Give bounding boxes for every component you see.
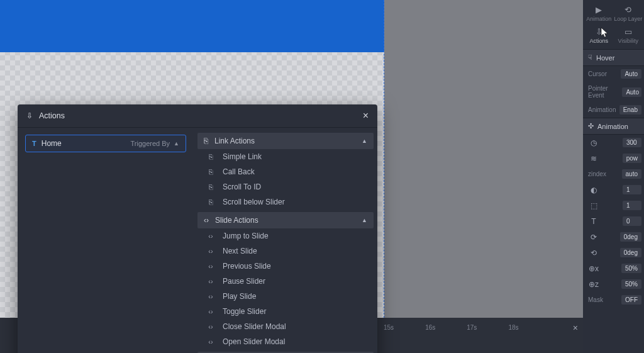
visibility-icon: ▭ — [614, 27, 643, 36]
text-layer-icon: T — [32, 140, 36, 147]
field-value[interactable]: 0deg — [620, 248, 641, 257]
animation-row[interactable]: MaskOFF — [583, 292, 644, 308]
action-item[interactable]: ‹›Close Slider Modal — [197, 319, 374, 334]
timeline-tick: 16s — [425, 324, 435, 331]
action-item[interactable]: ⎘Scroll To ID — [197, 179, 374, 194]
action-item-label: Toggle Slider — [223, 307, 266, 316]
action-group-header[interactable]: ‹›Slide Actions▲ — [197, 212, 374, 228]
action-item[interactable]: ‹›Toggle Slider — [197, 304, 374, 319]
field-value[interactable]: auto — [622, 169, 641, 179]
action-item-label: Play Slide — [223, 292, 256, 301]
property-icon: ≋ — [588, 154, 599, 163]
field-label: zindex — [588, 171, 606, 177]
property-icon: ◷ — [588, 138, 599, 147]
property-icon: ⊕x — [588, 264, 599, 273]
action-item-label: Scroll below Slider — [223, 198, 285, 206]
actions-modal: ⇩ Actions × T Home Triggered By ▲ ⎘Link … — [18, 104, 377, 353]
animation-row[interactable]: ⟳0deg — [583, 229, 644, 245]
animation-row[interactable]: ⊕z50% — [583, 276, 644, 292]
property-icon: ⬚ — [588, 201, 599, 210]
field-value[interactable]: 0deg — [620, 232, 641, 242]
action-item[interactable]: ‹›Previous Slide — [197, 259, 374, 274]
action-item-icon: ⎘ — [206, 198, 215, 206]
field-value[interactable]: 50% — [621, 279, 641, 289]
selected-layer-row[interactable]: T Home Triggered By ▲ — [25, 135, 186, 152]
property-icon: ◐ — [588, 186, 599, 194]
animation-icon: ✣ — [588, 122, 594, 130]
property-icon: ⟳ — [588, 233, 599, 242]
play-icon: ▶ — [584, 5, 614, 14]
hover-icon: ☟ — [588, 53, 592, 62]
animation-row[interactable]: ◐1 — [583, 182, 644, 198]
actions-title-icon: ⇩ — [26, 111, 33, 120]
action-item-label: Open Slider Modal — [223, 337, 285, 346]
action-item-icon: ⎘ — [206, 183, 215, 191]
tab-label: Animation — [586, 16, 611, 22]
field-value[interactable]: 1 — [623, 185, 641, 194]
animation-row[interactable]: T0 — [583, 213, 644, 229]
action-item-icon: ‹› — [206, 308, 215, 315]
action-group-header[interactable]: ⎘Link Actions▲ — [197, 133, 374, 149]
section-hover[interactable]: ☟ Hover — [583, 49, 644, 66]
animation-row[interactable]: ◷300 — [583, 135, 644, 150]
action-item[interactable]: ⎘Call Back — [197, 164, 374, 179]
action-item-label: Next Slide — [223, 247, 257, 255]
row-pointer-event[interactable]: Pointer Event Auto — [583, 82, 644, 102]
action-item-icon: ‹› — [206, 232, 215, 240]
canvas-gutter — [384, 0, 583, 318]
action-item[interactable]: ‹›Open Slider Modal — [197, 334, 374, 349]
animation-row[interactable]: ⟲0deg — [583, 245, 644, 261]
field-value[interactable]: Auto — [621, 69, 641, 79]
tab-label: Loop Layer — [614, 16, 642, 22]
field-value[interactable]: pow — [623, 154, 641, 163]
field-value[interactable]: 1 — [623, 201, 641, 210]
field-value[interactable]: Auto — [622, 87, 641, 97]
action-item[interactable]: ⎘Simple Link — [197, 149, 374, 164]
action-item-label: Call Back — [223, 167, 255, 176]
section-title: Animation — [597, 123, 628, 130]
action-item[interactable]: ‹›Play Slide — [197, 289, 374, 304]
animation-row[interactable]: ⊕x50% — [583, 261, 644, 276]
animation-row[interactable]: ⬚1 — [583, 198, 644, 213]
field-value[interactable]: 300 — [623, 138, 641, 147]
section-animation[interactable]: ✣ Animation — [583, 118, 644, 135]
tab-animation[interactable]: ▶ Animation — [584, 3, 614, 25]
timeline-close-button[interactable]: × — [573, 323, 578, 333]
field-value[interactable]: OFF — [621, 295, 641, 305]
action-item-label: Previous Slide — [223, 262, 271, 271]
chevron-up-icon: ▲ — [362, 217, 367, 223]
loop-icon: ⟲ — [614, 5, 643, 14]
animation-row[interactable]: zindexauto — [583, 166, 644, 182]
canvas-blue-block[interactable] — [0, 0, 384, 52]
inspector-panel: ▶ Animation ⟲ Loop Layer ⇩ Actions ▭ Vis… — [583, 0, 644, 353]
modal-close-button[interactable]: × — [363, 110, 369, 121]
animation-row[interactable]: ≋pow — [583, 150, 644, 166]
action-item-label: Close Slider Modal — [223, 322, 286, 331]
action-item[interactable]: ‹›Next Slide — [197, 244, 374, 259]
action-item[interactable]: ⎘Scroll below Slider — [197, 194, 374, 210]
tab-visibility[interactable]: ▭ Visibility — [614, 25, 643, 47]
row-hover-animation[interactable]: Animation Enab — [583, 102, 644, 118]
group-icon: ‹› — [204, 216, 209, 225]
timeline-tick: 18s — [508, 324, 518, 331]
action-item[interactable]: ‹›Pause Slider — [197, 274, 374, 289]
group-title: Slide Actions — [215, 216, 258, 225]
action-item[interactable]: ‹›Jump to Slide — [197, 228, 374, 244]
field-value[interactable]: 50% — [621, 264, 641, 273]
action-item-label: Pause Slider — [223, 277, 265, 286]
field-value[interactable]: Enab — [619, 105, 641, 115]
row-cursor[interactable]: Cursor Auto — [583, 66, 644, 82]
chevron-up-icon: ▲ — [174, 140, 179, 147]
group-icon: ⎘ — [204, 137, 208, 145]
field-label: Pointer Event — [588, 85, 622, 99]
action-item-label: Jump to Slide — [223, 232, 269, 240]
selected-layer-name: Home — [42, 139, 62, 148]
triggered-by-label: Triggered By — [131, 140, 170, 147]
modal-layer-list: T Home Triggered By ▲ — [18, 128, 194, 353]
tab-loop-layer[interactable]: ⟲ Loop Layer — [614, 3, 643, 25]
action-item-icon: ‹› — [206, 262, 215, 270]
triggered-by-dropdown[interactable]: Triggered By ▲ — [131, 140, 179, 147]
action-item-label: Scroll To ID — [223, 182, 261, 191]
property-icon: T — [588, 217, 599, 226]
field-value[interactable]: 0 — [623, 216, 641, 226]
